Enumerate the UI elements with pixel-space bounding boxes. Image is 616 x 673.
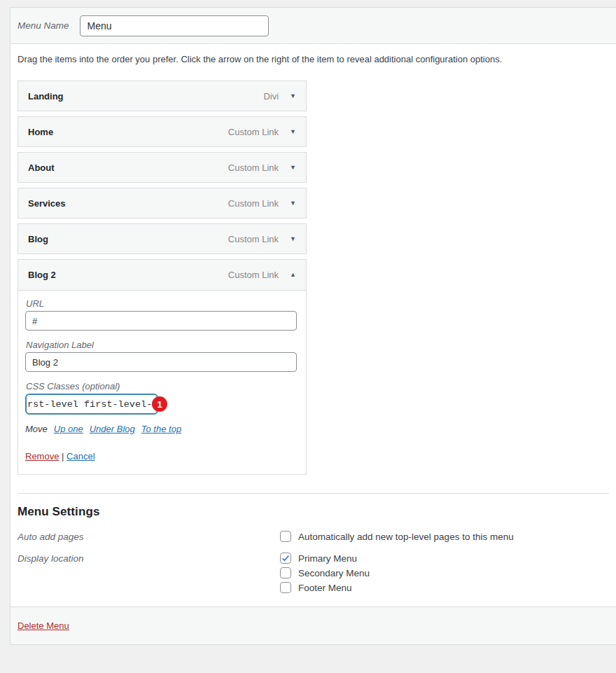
chevron-down-icon[interactable]: ▼ [290,93,296,99]
url-field-label: URL [26,298,299,309]
move-to-top-link[interactable]: To the top [141,424,181,434]
menu-item-type: Custom Link [228,127,279,137]
cancel-link[interactable]: Cancel [66,451,94,462]
menu-item-label: Blog [28,234,228,244]
move-under-blog-link[interactable]: Under Blog [90,424,135,434]
checkbox-unchecked-icon[interactable] [280,582,291,593]
menu-item-type: Custom Link [228,234,279,244]
css-classes-input[interactable]: rst-level first-level-2 [25,394,158,415]
navigation-label-input[interactable] [25,352,297,372]
footer-menu-checkbox-row[interactable]: Footer Menu [280,582,609,593]
menu-name-header: Menu Name [10,8,616,44]
chevron-down-icon[interactable]: ▼ [290,200,296,207]
checkbox-checked-icon[interactable] [280,553,291,564]
move-up-one-link[interactable]: Up one [54,424,83,434]
menu-name-input[interactable] [80,15,269,36]
location-label: Secondary Menu [298,568,370,578]
menu-settings-grid: Auto add pages Automatically add new top… [18,531,609,597]
menu-item-label: Services [28,198,228,209]
chevron-up-icon[interactable]: ▲ [290,272,296,278]
menu-name-label: Menu Name [18,20,69,31]
annotation-badge: 1 [152,396,167,412]
chevron-down-icon[interactable]: ▼ [290,129,296,135]
menu-item-type: Custom Link [228,162,279,173]
secondary-menu-checkbox-row[interactable]: Secondary Menu [280,567,609,578]
auto-add-checkbox-row[interactable]: Automatically add new top-level pages to… [280,531,609,542]
menu-item-landing[interactable]: Landing Divi ▼ [18,81,307,111]
checkbox-unchecked-icon[interactable] [280,531,291,542]
auto-add-option-label: Automatically add new top-level pages to… [298,532,514,542]
menu-item-home[interactable]: Home Custom Link ▼ [18,116,307,147]
menu-item-type: Divi [263,91,279,102]
css-classes-input-wrap: rst-level first-level-2 1 [25,394,158,415]
menu-item-list: Landing Divi ▼ Home Custom Link ▼ About … [18,81,307,254]
url-input[interactable] [25,311,297,331]
menu-item-type: Custom Link [228,198,279,209]
chevron-down-icon[interactable]: ▼ [290,236,296,242]
menu-item-label: Blog 2 [28,270,228,280]
menu-settings-title: Menu Settings [18,505,609,519]
menu-item-label: Landing [28,91,263,102]
display-location-label: Display location [18,553,280,597]
menu-item-blog[interactable]: Blog Custom Link ▼ [18,223,307,254]
menu-editor-panel: Menu Name Drag the items into the order … [10,7,616,645]
menu-item-blog2-header[interactable]: Blog 2 Custom Link ▲ [18,260,306,291]
navigation-label-field-label: Navigation Label [26,340,299,350]
menu-editor-body: Drag the items into the order you prefer… [10,44,616,597]
checkbox-unchecked-icon[interactable] [280,567,291,578]
remove-link[interactable]: Remove [25,451,59,462]
menu-item-type: Custom Link [228,270,279,280]
location-label: Footer Menu [298,583,352,593]
auto-add-pages-label: Auto add pages [18,531,280,546]
menu-item-label: About [28,162,228,173]
css-classes-field-label: CSS Classes (optional) [26,381,299,391]
css-classes-value: rst-level first-level-2 [27,399,158,410]
chevron-down-icon[interactable]: ▼ [290,165,296,171]
menu-item-settings-panel: URL Navigation Label CSS Classes (option… [18,298,306,474]
location-label: Primary Menu [298,553,357,564]
item-action-row: Remove | Cancel [25,451,299,462]
menu-item-services[interactable]: Services Custom Link ▼ [18,188,307,218]
move-label: Move [25,424,48,434]
settings-divider [18,493,609,494]
menu-item-label: Home [28,127,228,137]
drag-instruction-text: Drag the items into the order you prefer… [18,54,609,64]
menu-item-blog2-expanded: Blog 2 Custom Link ▲ URL Navigation Labe… [18,259,307,475]
action-separator: | [62,451,64,462]
move-row: MoveUp oneUnder BlogTo the top [25,424,299,434]
menu-footer-bar: Delete Menu [10,606,616,644]
delete-menu-link[interactable]: Delete Menu [18,620,69,631]
menu-item-about[interactable]: About Custom Link ▼ [18,152,307,183]
primary-menu-checkbox-row[interactable]: Primary Menu [280,553,609,564]
